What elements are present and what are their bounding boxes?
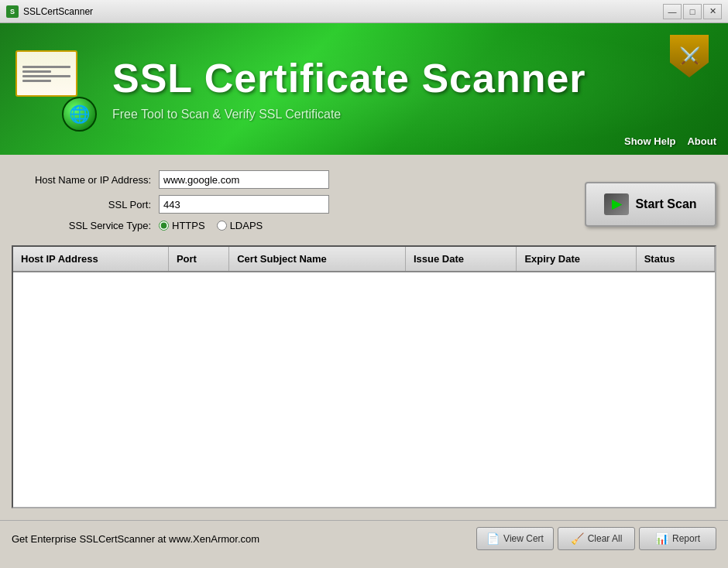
col-expiry-date: Expiry Date [517,247,636,272]
https-option[interactable]: HTTPS [159,220,205,231]
host-row: Host Name or IP Address: [12,170,561,189]
table-header: Host IP AddressPortCert Subject NameIssu… [13,247,715,272]
scan-icon: ▶ [604,193,629,215]
main-content: Host Name or IP Address: SSL Port: SSL S… [0,155,728,520]
app-logo: 🌐 [12,46,97,132]
footer-buttons: 📄 View Cert 🧹 Clear All 📊 Report [476,527,716,550]
certificate-icon [15,50,77,97]
close-button[interactable]: ✕ [703,4,722,19]
col-host-ip-address: Host IP Address [13,247,168,272]
clear-all-label: Clear All [588,533,623,544]
col-issue-date: Issue Date [405,247,516,272]
window-title: SSLCertScanner [23,6,663,17]
show-help-button[interactable]: Show Help [624,135,675,147]
ldaps-label: LDAPS [230,220,263,231]
view-cert-icon: 📄 [486,532,500,545]
port-input[interactable] [159,195,329,214]
host-label: Host Name or IP Address: [12,174,159,186]
service-label: SSL Service Type: [12,220,159,231]
results-table: Host IP AddressPortCert Subject NameIssu… [13,247,715,272]
about-button[interactable]: About [687,135,716,147]
header-title-area: SSL Certificate Scanner Free Tool to Sca… [112,56,716,121]
col-cert-subject-name: Cert Subject Name [229,247,406,272]
port-label: SSL Port: [12,199,159,210]
col-port: Port [168,247,228,272]
service-type-group: HTTPS LDAPS [159,220,263,231]
https-radio[interactable] [159,221,169,231]
port-row: SSL Port: [12,195,561,214]
clear-all-icon: 🧹 [571,532,584,545]
footer: Get Enterprise SSLCertScanner at www.Xen… [0,520,728,556]
header-row: Host IP AddressPortCert Subject NameIssu… [13,247,715,272]
report-label: Report [672,533,700,544]
report-icon: 📊 [655,532,668,545]
scan-form: Host Name or IP Address: SSL Port: SSL S… [12,166,716,245]
header-nav: Show Help About [624,135,716,147]
results-container[interactable]: Host IP AddressPortCert Subject NameIssu… [12,245,716,508]
window-controls: — □ ✕ [663,4,722,19]
ldaps-option[interactable]: LDAPS [217,220,263,231]
start-scan-label: Start Scan [635,197,696,211]
service-row: SSL Service Type: HTTPS LDAPS [12,220,561,231]
start-scan-button[interactable]: ▶ Start Scan [585,182,716,227]
report-button[interactable]: 📊 Report [639,527,716,550]
app-title: SSL Certificate Scanner [112,56,716,101]
host-input[interactable] [159,170,329,189]
view-cert-label: View Cert [503,533,544,544]
view-cert-button[interactable]: 📄 View Cert [476,527,554,550]
https-label: HTTPS [172,220,205,231]
app-header: 🌐 SSL Certificate Scanner Free Tool to S… [0,23,728,155]
minimize-button[interactable]: — [663,4,682,19]
form-fields: Host Name or IP Address: SSL Port: SSL S… [12,170,561,238]
footer-text: Get Enterprise SSLCertScanner at www.Xen… [12,533,476,545]
globe-icon: 🌐 [62,97,97,132]
shield-logo: ⚔️ [670,35,716,81]
clear-all-button[interactable]: 🧹 Clear All [558,527,635,550]
app-icon: S [6,5,19,18]
ldaps-radio[interactable] [217,221,227,231]
maximize-button[interactable]: □ [683,4,702,19]
col-status: Status [636,247,714,272]
title-bar: S SSLCertScanner — □ ✕ [0,0,728,23]
app-subtitle: Free Tool to Scan & Verify SSL Certifica… [112,108,716,121]
